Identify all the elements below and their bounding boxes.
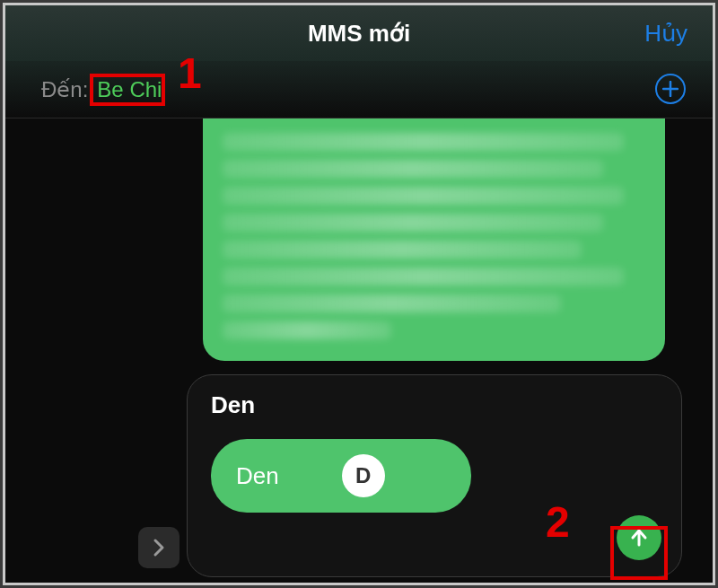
message-thread [5, 118, 713, 374]
message-text-line [223, 214, 603, 232]
message-text-line [223, 321, 391, 339]
contact-attachment-card[interactable]: Den Den D [187, 374, 682, 577]
attachment-title: Den [211, 391, 658, 419]
contact-pill[interactable]: Den D [211, 439, 471, 513]
nav-header: MMS mới Hủy [5, 5, 713, 61]
expand-input-button[interactable] [138, 527, 180, 568]
cancel-button[interactable]: Hủy [644, 20, 687, 48]
message-text-line [223, 241, 582, 259]
chevron-right-icon [151, 538, 167, 557]
recipient-row[interactable]: Đến: Be Chi [5, 61, 713, 118]
to-label: Đến: [41, 77, 88, 102]
arrow-up-icon [628, 527, 650, 549]
message-text-line [223, 160, 603, 178]
send-button[interactable] [617, 515, 661, 560]
recipient-contact[interactable]: Be Chi [93, 77, 165, 102]
outgoing-message-bubble[interactable] [203, 118, 665, 361]
message-text-line [223, 133, 624, 151]
screenshot-frame: MMS mới Hủy Đến: Be Chi [3, 3, 715, 585]
plus-icon [662, 81, 679, 97]
header-title: MMS mới [308, 20, 410, 48]
message-text-line [223, 187, 624, 205]
add-recipient-button[interactable] [655, 74, 686, 104]
input-attachment-area: Den Den D [5, 374, 713, 583]
contact-pill-label: Den [236, 462, 279, 490]
message-text-line [223, 294, 561, 312]
message-text-line [223, 268, 624, 285]
contact-avatar: D [342, 454, 385, 497]
phone-screen: MMS mới Hủy Đến: Be Chi [5, 5, 713, 583]
